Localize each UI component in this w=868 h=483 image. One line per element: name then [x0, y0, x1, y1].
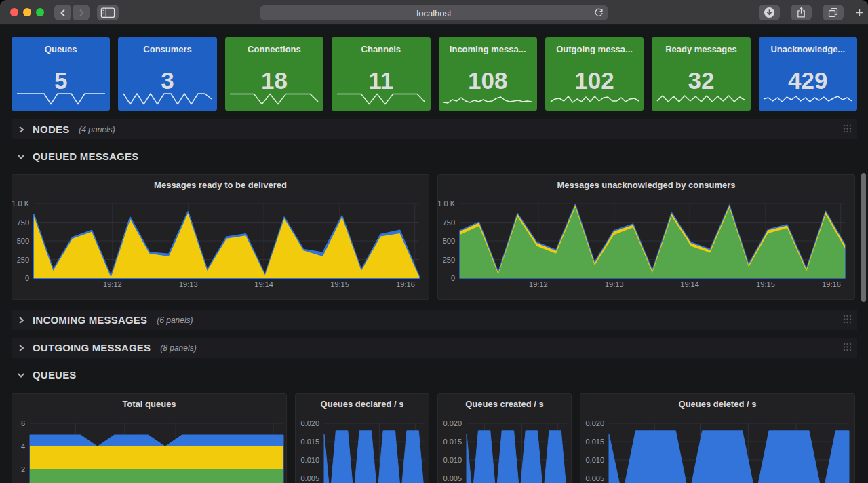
stat-title[interactable]: Connections — [225, 44, 323, 54]
svg-text:2: 2 — [21, 465, 25, 474]
svg-text:4: 4 — [21, 442, 25, 450]
stat-title[interactable]: Queues — [12, 44, 110, 54]
panel-queues-declared: Queues declared / s 0.0050.0100.0150.020 — [295, 393, 429, 483]
stat-value: 429 — [759, 69, 857, 92]
svg-text:0.015: 0.015 — [300, 438, 319, 446]
stat-title[interactable]: Ready messages — [652, 44, 750, 54]
svg-text:0: 0 — [25, 274, 29, 282]
tab-overview-button[interactable] — [823, 5, 844, 20]
vertical-scrollbar[interactable] — [861, 173, 866, 302]
stat-panel-queues: Queues 5 — [12, 37, 110, 111]
svg-text:0: 0 — [451, 274, 455, 282]
sparkline — [123, 91, 212, 107]
svg-text:19:13: 19:13 — [179, 280, 198, 288]
back-chevron-icon — [58, 8, 68, 18]
reload-button[interactable] — [594, 8, 604, 20]
row-panel-count: (8 panels) — [160, 343, 196, 353]
panel-title[interactable]: Queues declared / s — [296, 399, 429, 409]
sparkline — [16, 91, 106, 107]
stat-title[interactable]: Unacknowledge... — [759, 44, 857, 54]
row-title: INCOMING MESSAGES — [33, 314, 147, 326]
panel-title[interactable]: Queues created / s — [438, 399, 571, 409]
stat-panel-unacknowledged-messages: Unacknowledge... 429 — [759, 37, 857, 111]
row-header-queued-messages[interactable]: QUEUED MESSAGES — [12, 147, 857, 166]
stat-title[interactable]: Outgoing messa... — [545, 44, 644, 54]
downloads-button[interactable] — [759, 5, 780, 20]
stat-panel-ready-messages: Ready messages 32 — [652, 37, 750, 111]
svg-text:0.010: 0.010 — [585, 456, 604, 464]
stat-value: 11 — [332, 69, 430, 92]
row-title: OUTGOING MESSAGES — [33, 342, 151, 353]
stat-panel-outgoing-messages: Outgoing messa... 102 — [545, 37, 644, 111]
queues-panels: Total queues 246 Queues declared / s 0.0… — [12, 393, 857, 483]
share-button[interactable] — [791, 5, 812, 20]
row-header-queues[interactable]: QUEUES — [12, 366, 857, 384]
svg-text:0.005: 0.005 — [300, 474, 319, 482]
address-bar[interactable]: localhost — [260, 5, 608, 20]
sidebar-toggle-button[interactable] — [97, 5, 119, 20]
svg-text:0.015: 0.015 — [585, 438, 604, 446]
row-header-outgoing-messages[interactable]: OUTGOING MESSAGES (8 panels) — [12, 338, 857, 358]
sparkline — [336, 91, 426, 107]
grafana-dashboard: Queues 5 Consumers 3 Connections 18 Chan… — [0, 25, 868, 483]
stat-title[interactable]: Consumers — [118, 44, 216, 54]
chevron-right-icon — [16, 343, 26, 353]
svg-text:19:16: 19:16 — [822, 280, 841, 288]
svg-text:1.0 K: 1.0 K — [12, 199, 30, 208]
svg-text:0.020: 0.020 — [585, 419, 604, 427]
forward-chevron-icon — [77, 8, 86, 18]
stat-title[interactable]: Channels — [332, 44, 430, 54]
svg-text:0.010: 0.010 — [443, 456, 462, 464]
svg-text:750: 750 — [443, 218, 455, 227]
svg-text:250: 250 — [443, 256, 455, 264]
svg-text:750: 750 — [17, 218, 29, 227]
svg-text:19:15: 19:15 — [330, 280, 349, 288]
panel-title[interactable]: Messages ready to be delivered — [12, 180, 429, 190]
queued-messages-panels: Messages ready to be delivered 025050075… — [12, 174, 857, 300]
chevron-down-icon — [16, 152, 26, 161]
row-drag-handle-icon[interactable] — [843, 314, 852, 326]
panel-title[interactable]: Queues deleted / s — [580, 399, 854, 409]
sparkline — [550, 91, 639, 107]
row-header-nodes[interactable]: NODES (4 panels) — [12, 119, 857, 139]
panel-title[interactable]: Total queues — [12, 399, 286, 409]
back-button[interactable] — [54, 5, 71, 20]
messages-unacknowledged-chart[interactable]: 02505007501.0 K19:1219:1319:1419:1519:16 — [438, 175, 855, 300]
new-tab-button[interactable] — [850, 0, 868, 25]
window-close-button[interactable] — [10, 8, 18, 16]
svg-text:0.005: 0.005 — [443, 474, 462, 482]
stat-title[interactable]: Incoming messa... — [439, 44, 537, 54]
stat-value: 5 — [12, 69, 110, 92]
stat-value: 3 — [118, 69, 216, 92]
window-zoom-button[interactable] — [36, 8, 44, 16]
download-icon — [764, 7, 775, 18]
row-header-incoming-messages[interactable]: INCOMING MESSAGES (6 panels) — [12, 310, 857, 330]
row-drag-handle-icon[interactable] — [843, 342, 852, 354]
svg-text:19:13: 19:13 — [605, 280, 624, 288]
panel-queues-created: Queues created / s 0.0050.0100.0150.020 — [437, 393, 572, 483]
sidebar-icon — [100, 7, 115, 18]
row-title: NODES — [33, 123, 69, 135]
address-bar-url: localhost — [416, 8, 451, 18]
sparkline — [443, 91, 532, 107]
row-title: QUEUES — [33, 369, 77, 381]
stat-panel-channels: Channels 11 — [332, 37, 430, 111]
window-minimize-button[interactable] — [23, 8, 31, 16]
row-drag-handle-icon[interactable] — [843, 123, 852, 136]
sparkline — [656, 91, 746, 107]
svg-text:500: 500 — [443, 237, 455, 245]
svg-text:0.020: 0.020 — [300, 419, 319, 427]
stat-panel-incoming-messages: Incoming messa... 108 — [439, 37, 537, 111]
panel-messages-unacknowledged: Messages unacknowledged by consumers 025… — [437, 174, 855, 300]
panel-title[interactable]: Messages unacknowledged by consumers — [438, 180, 854, 190]
row-title: QUEUED MESSAGES — [33, 151, 138, 162]
chevron-down-icon — [16, 370, 26, 380]
svg-text:500: 500 — [17, 237, 29, 245]
browser-toolbar: localhost — [0, 0, 868, 25]
forward-button[interactable] — [73, 5, 90, 20]
share-icon — [795, 7, 807, 18]
stat-value: 32 — [652, 69, 750, 92]
svg-text:19:16: 19:16 — [396, 280, 415, 288]
messages-ready-chart[interactable]: 02505007501.0 K19:1219:1319:1419:1519:16 — [12, 175, 429, 300]
tabs-icon — [827, 7, 839, 18]
